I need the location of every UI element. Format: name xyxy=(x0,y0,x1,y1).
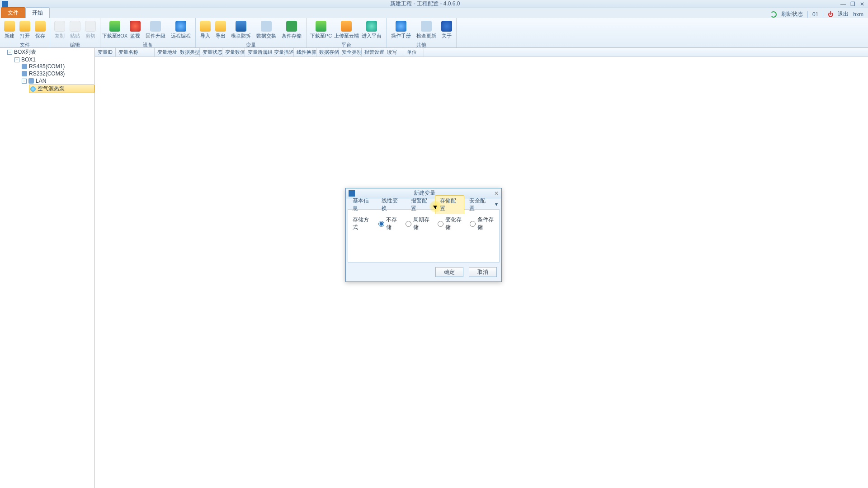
open-button[interactable]: 打开 xyxy=(17,19,33,41)
check-update-button[interactable]: 检查更新 xyxy=(414,19,439,41)
menu-tab-start[interactable]: 开始 xyxy=(25,7,50,18)
ribbon-group-platform: 下载至PC 上传至云端 进入平台 平台 xyxy=(307,18,387,47)
ribbon-group-other: 操作手册 检查更新 关于 其他 xyxy=(387,18,457,47)
port-icon xyxy=(22,64,27,69)
storage-icon xyxy=(286,21,297,32)
refresh-status-button[interactable]: 刷新状态 xyxy=(781,10,803,18)
open-icon xyxy=(19,21,30,32)
cancel-button[interactable]: 取消 xyxy=(469,267,497,277)
ribbon-toolbar: 新建 打开 保存 文件 复制 粘贴 剪切 编辑 下载至BOX 监视 固件升级 远… xyxy=(0,18,868,48)
data-exchange-button[interactable]: 数据交换 xyxy=(254,19,279,41)
radio-condition-storage[interactable]: 条件存储 xyxy=(470,216,495,231)
enter-icon xyxy=(366,21,377,32)
collapse-icon[interactable]: − xyxy=(22,79,27,84)
radio-no-storage[interactable]: 不存储 xyxy=(378,216,399,231)
lan-icon xyxy=(28,78,34,84)
export-button[interactable]: 导出 xyxy=(213,19,228,41)
info-icon xyxy=(441,21,452,32)
tree-rs485[interactable]: RS485(COM1) xyxy=(22,63,94,70)
enter-platform-button[interactable]: 进入平台 xyxy=(359,19,384,41)
download-pc-icon xyxy=(316,21,326,32)
menu-tab-strip: 文件 开始 刷新状态 01 ⏻ 退出 hxm xyxy=(0,8,868,18)
ribbon-group-edit: 复制 粘贴 剪切 编辑 xyxy=(50,18,100,47)
paste-icon xyxy=(70,21,80,32)
upload-to-cloud-button[interactable]: 上传至云端 xyxy=(334,19,359,41)
save-button[interactable]: 保存 xyxy=(33,19,48,41)
window-minimize-button[interactable]: — xyxy=(840,1,846,7)
ribbon-group-device: 下载至BOX 监视 固件升级 远程编程 设备 xyxy=(100,18,196,47)
status-user: hxm xyxy=(853,11,863,18)
window-maximize-button[interactable]: ❐ xyxy=(850,1,855,7)
download-to-pc-button[interactable]: 下载至PC xyxy=(308,19,334,41)
ribbon-group-variable: 导入 导出 模块防拆 数据交换 条件存储 变量 xyxy=(196,18,307,47)
import-button[interactable]: 导入 xyxy=(198,19,213,41)
variable-grid: 变量ID 变量名称 变量地址 数据类型 变量状态 变量数值 变量所属组 变量描述… xyxy=(95,48,868,488)
exit-button[interactable]: 退出 xyxy=(838,10,849,18)
exchange-icon xyxy=(261,21,272,32)
radio-change-storage[interactable]: 变化存储 xyxy=(438,216,462,231)
device-tree-pane: −BOX列表 −BOX1 RS485(COM1) RS232(COM3) −LA… xyxy=(0,48,95,488)
window-titlebar: 新建工程 - 工程配置 - 4.0.6.0 — ❐ ✕ xyxy=(0,0,868,8)
tab-alarm[interactable]: 报警配置 xyxy=(406,195,435,214)
firmware-upgrade-button[interactable]: 固件升级 xyxy=(143,19,168,41)
manual-button[interactable]: 操作手册 xyxy=(388,19,414,41)
port-icon xyxy=(22,71,27,76)
update-icon xyxy=(421,21,432,32)
new-icon xyxy=(4,21,15,32)
tab-security[interactable]: 安全配置 xyxy=(464,195,493,214)
refresh-icon xyxy=(770,11,777,18)
menu-tab-file[interactable]: 文件 xyxy=(1,7,25,18)
dialog-body: 存储方式 不存储 周期存储 变化存储 条件存储 xyxy=(348,209,500,263)
tab-overflow-dropdown[interactable]: ▾ xyxy=(493,201,500,207)
new-button[interactable]: 新建 xyxy=(2,19,17,41)
about-button[interactable]: 关于 xyxy=(439,19,454,41)
radio-period-storage[interactable]: 周期存储 xyxy=(406,216,430,231)
cut-button[interactable]: 剪切 xyxy=(83,19,98,41)
cut-icon xyxy=(85,21,96,32)
monitor-button[interactable]: 监视 xyxy=(127,19,143,41)
save-icon xyxy=(35,21,46,32)
collapse-icon[interactable]: − xyxy=(7,50,12,55)
tree-rs232[interactable]: RS232(COM3) xyxy=(22,70,94,77)
download-to-box-button[interactable]: 下载至BOX xyxy=(102,19,127,41)
download-icon xyxy=(109,21,120,32)
import-icon xyxy=(200,21,211,32)
globe-icon xyxy=(175,21,186,32)
firmware-icon xyxy=(150,21,161,32)
remote-program-button[interactable]: 远程编程 xyxy=(168,19,193,41)
exit-icon: ⏻ xyxy=(828,11,833,18)
tab-basic-info[interactable]: 基本信息 xyxy=(348,195,377,214)
app-icon xyxy=(2,1,8,7)
paste-button[interactable]: 粘贴 xyxy=(67,19,83,41)
new-variable-dialog: 新建变量 ✕ 基本信息 线性变换 报警配置 存储配置 安全配置 ▾ 存储方式 不… xyxy=(345,188,502,282)
tree-lan[interactable]: −LAN 空气源热泵 xyxy=(22,77,94,94)
shield-icon xyxy=(236,21,246,32)
conditional-storage-button[interactable]: 条件存储 xyxy=(279,19,304,41)
storage-mode-label: 存储方式 xyxy=(353,216,371,231)
tab-linear[interactable]: 线性变换 xyxy=(377,195,406,214)
window-close-button[interactable]: ✕ xyxy=(860,1,864,7)
tree-device-air-heat-pump[interactable]: 空气源热泵 xyxy=(29,84,94,94)
ok-button[interactable]: 确定 xyxy=(435,267,463,277)
help-icon xyxy=(396,21,406,32)
copy-button[interactable]: 复制 xyxy=(52,19,67,41)
collapse-icon[interactable]: − xyxy=(14,57,19,62)
tab-storage[interactable]: 存储配置 xyxy=(435,195,464,214)
upload-cloud-icon xyxy=(341,21,352,32)
module-tamper-button[interactable]: 模块防拆 xyxy=(228,19,254,41)
tree-root[interactable]: −BOX列表 −BOX1 RS485(COM1) RS232(COM3) −LA… xyxy=(7,48,94,95)
copy-icon xyxy=(54,21,65,32)
status-count: 01 xyxy=(812,11,818,18)
window-title: 新建工程 - 工程配置 - 4.0.6.0 xyxy=(10,0,840,8)
export-icon xyxy=(215,21,226,32)
dialog-tab-strip: 基本信息 线性变换 报警配置 存储配置 安全配置 ▾ xyxy=(346,198,501,209)
ribbon-group-file: 新建 打开 保存 文件 xyxy=(0,18,50,47)
device-icon xyxy=(30,86,36,92)
monitor-icon xyxy=(130,21,141,32)
tree-box[interactable]: −BOX1 RS485(COM1) RS232(COM3) −LAN 空气源热泵 xyxy=(14,56,94,94)
